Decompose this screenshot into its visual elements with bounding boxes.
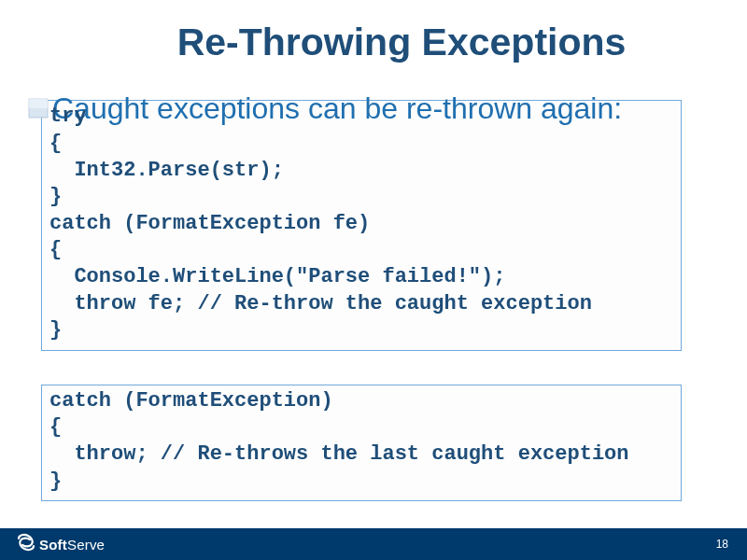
brand-name: SoftServe xyxy=(39,537,105,553)
bullet-text: Caught exceptions can be re-thrown again… xyxy=(52,91,622,126)
page-number: 18 xyxy=(716,538,728,551)
code-block-2: catch (FormatException) { throw; // Re-t… xyxy=(41,385,682,501)
slide-title: Re-Throwing Exceptions xyxy=(0,0,747,64)
code-text-1: try { Int32.Parse(str); } catch (FormatE… xyxy=(49,104,673,343)
brand-logo: SoftServe xyxy=(15,531,105,557)
code-text-2: catch (FormatException) { throw; // Re-t… xyxy=(49,388,673,495)
brand-swirl-icon xyxy=(15,531,37,557)
svg-rect-1 xyxy=(29,99,48,108)
footer-bar: SoftServe 18 xyxy=(0,528,747,560)
square-bullet-icon xyxy=(28,98,49,119)
code-block-1: try { Int32.Parse(str); } catch (FormatE… xyxy=(41,100,682,350)
